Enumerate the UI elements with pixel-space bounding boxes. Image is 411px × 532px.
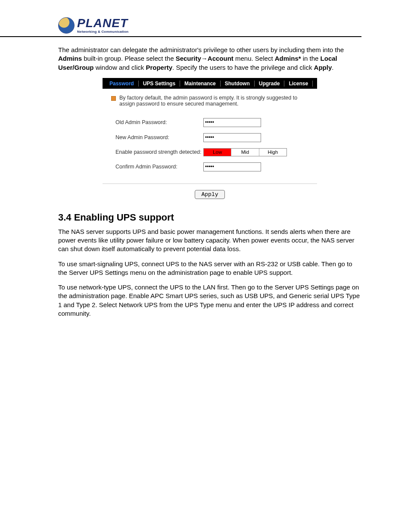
intro-text: built-in group. Please select the <box>82 55 176 62</box>
tab-maintenance[interactable]: Maintenance <box>180 81 220 87</box>
intro-paragraph: The administrator can delegate the admin… <box>58 46 361 72</box>
intro-text: . <box>332 64 333 71</box>
tab-license[interactable]: License <box>284 81 312 87</box>
section-p3: To use network-type UPS, connect the UPS… <box>58 283 361 318</box>
intro-text: menu. Select <box>234 55 275 62</box>
apply-label: Apply <box>314 64 332 71</box>
tab-password[interactable]: Password <box>105 81 138 87</box>
notice-row: By factory default, the admin password i… <box>103 89 317 109</box>
tab-bar: Password UPS Settings Maintenance Shutdo… <box>103 78 317 89</box>
page-header: PLANET Networking & Communication <box>0 17 361 37</box>
logo: PLANET Networking & Communication <box>58 17 361 34</box>
security-label: Security <box>176 55 201 62</box>
section-p1: The NAS server supports UPS and basic po… <box>58 227 361 254</box>
confirm-password-label: Confirm Admin Password: <box>115 164 203 170</box>
admins-label: Admins <box>58 55 82 62</box>
strength-label: Enable password strength detected: <box>115 149 203 155</box>
old-password-label: Old Admin Password: <box>115 119 203 125</box>
confirm-password-input[interactable] <box>203 162 261 171</box>
password-strength-meter: Low Mid High <box>203 148 287 156</box>
apply-button[interactable]: Apply <box>195 190 224 199</box>
strength-mid: Mid <box>231 149 258 156</box>
account-label: Account <box>208 55 234 62</box>
password-settings-screenshot: Password UPS Settings Maintenance Shutdo… <box>103 78 317 199</box>
intro-text: in the <box>301 55 321 62</box>
property-label: Property <box>146 64 172 71</box>
notice-text: By factory default, the admin password i… <box>119 95 314 107</box>
admins-star-label: Admins* <box>275 55 301 62</box>
brand-name: PLANET <box>77 17 128 29</box>
tab-shutdown[interactable]: Shutdown <box>221 81 254 87</box>
password-form: Old Admin Password: New Admin Password: … <box>103 109 317 184</box>
tab-separator <box>312 81 313 87</box>
section-p2: To use smart-signaling UPS, connect UPS … <box>58 260 361 277</box>
intro-text: The administrator can delegate the admin… <box>58 46 344 53</box>
new-password-label: New Admin Password: <box>115 134 203 140</box>
old-password-input[interactable] <box>203 118 261 127</box>
bullet-icon <box>111 96 116 101</box>
strength-low: Low <box>204 149 231 156</box>
strength-high: High <box>259 149 286 156</box>
arrow-icon: → <box>201 55 208 62</box>
new-password-input[interactable] <box>203 133 261 142</box>
tab-upgrade[interactable]: Upgrade <box>255 81 284 87</box>
intro-text: . Specify the users to have the privileg… <box>172 64 314 71</box>
intro-text: window and click <box>94 64 146 71</box>
section-heading: 3.4 Enabling UPS support <box>58 212 361 223</box>
brand-tagline: Networking & Communication <box>77 30 128 34</box>
tab-ups-settings[interactable]: UPS Settings <box>139 81 180 87</box>
globe-icon <box>58 17 75 34</box>
